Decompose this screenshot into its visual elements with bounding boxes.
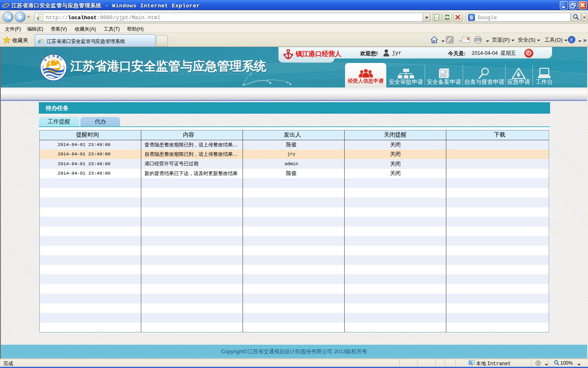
svg-text:e: e: [38, 38, 41, 45]
svg-text:e: e: [37, 15, 39, 21]
svg-text:?: ?: [570, 37, 572, 43]
svg-text:苏: 苏: [52, 54, 56, 58]
svg-text:e: e: [2, 1, 6, 9]
